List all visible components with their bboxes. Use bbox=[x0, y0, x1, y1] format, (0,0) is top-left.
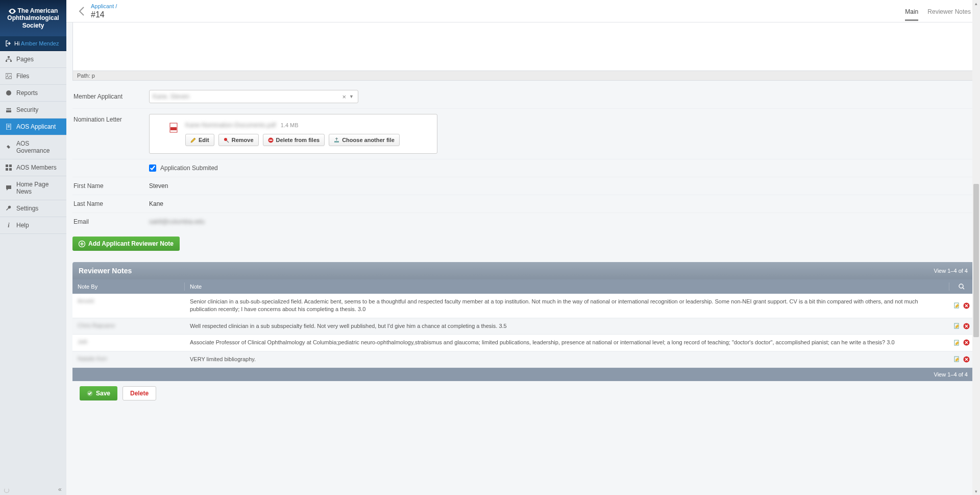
nav-files[interactable]: Files bbox=[0, 68, 66, 85]
back-button[interactable] bbox=[76, 5, 88, 17]
page-title: #14 bbox=[91, 10, 905, 19]
svg-point-4 bbox=[7, 75, 8, 76]
row-delete-button[interactable] bbox=[963, 322, 970, 329]
row-delete-button[interactable] bbox=[963, 302, 970, 309]
app-root: The American Ophthalmological Society Hi… bbox=[0, 0, 980, 495]
nav-settings[interactable]: Settings bbox=[0, 200, 66, 217]
search-icon bbox=[959, 284, 965, 290]
nav-aos-governance[interactable]: AOS Governance bbox=[0, 135, 66, 159]
rich-text-editor[interactable] bbox=[72, 22, 974, 71]
grid-icon bbox=[5, 164, 12, 171]
logout-icon[interactable] bbox=[5, 40, 11, 46]
member-applicant-select[interactable]: Kane, Steven × ▼ bbox=[149, 90, 358, 103]
file-edit-button[interactable]: Edit bbox=[185, 134, 214, 146]
last-name-label: Last Name bbox=[72, 200, 149, 207]
footer-actions: Save Delete bbox=[72, 381, 974, 406]
clear-icon[interactable]: × bbox=[340, 93, 348, 101]
col-search[interactable] bbox=[949, 279, 974, 294]
info-icon: i bbox=[5, 222, 12, 229]
note-text: Well respected clinician in a sub subspe… bbox=[185, 318, 949, 334]
nav-home-page-news[interactable]: Home Page News bbox=[0, 176, 66, 200]
scroll-up-icon[interactable]: ▴ bbox=[972, 0, 980, 7]
email-value: sak8@columbia.edu bbox=[149, 218, 974, 225]
save-button[interactable]: Save bbox=[80, 386, 117, 400]
content-scroll[interactable]: Path: p Member Applicant Kane, Steven × … bbox=[66, 22, 980, 495]
note-by: Natalie Kerr bbox=[72, 351, 185, 367]
vertical-scrollbar[interactable]: ▴ ▾ bbox=[972, 0, 980, 495]
form-icon bbox=[5, 123, 12, 130]
nav-label: AOS Governance bbox=[16, 140, 61, 154]
sidebar-collapse-button[interactable]: « bbox=[58, 486, 62, 493]
svg-rect-14 bbox=[9, 168, 12, 171]
reviewer-notes-panel: Reviewer Notes View 1–4 of 4 Note By Not… bbox=[72, 262, 974, 381]
nav-security[interactable]: Security bbox=[0, 102, 66, 119]
table-row: Natalie Kerr VERY limited bibliography. bbox=[72, 351, 974, 368]
svg-point-22 bbox=[959, 284, 963, 288]
table-head: Note By Note bbox=[72, 279, 974, 294]
svg-point-8 bbox=[8, 108, 10, 110]
svg-rect-0 bbox=[8, 56, 10, 58]
nav-label: Home Page News bbox=[16, 181, 61, 195]
application-submitted-checkbox[interactable] bbox=[149, 164, 156, 172]
chat-icon bbox=[5, 184, 12, 192]
svg-rect-12 bbox=[9, 164, 12, 167]
row-edit-button[interactable] bbox=[954, 356, 960, 363]
people-icon bbox=[5, 106, 12, 113]
nav-label: Pages bbox=[16, 56, 34, 63]
file-choose-another-button[interactable]: Choose another file bbox=[329, 134, 400, 146]
note-text: Senior clinician in a sub-sub-specialize… bbox=[185, 294, 949, 318]
scrollbar-thumb[interactable] bbox=[973, 184, 979, 337]
row-delete-button[interactable] bbox=[963, 339, 970, 346]
nav-help[interactable]: iHelp bbox=[0, 217, 66, 234]
col-note-by[interactable]: Note By bbox=[72, 279, 185, 294]
nav-reports[interactable]: Reports bbox=[0, 85, 66, 102]
svg-point-5 bbox=[6, 90, 11, 96]
row-edit-button[interactable] bbox=[954, 339, 960, 346]
nav-label: AOS Applicant bbox=[16, 123, 56, 130]
tab-main[interactable]: Main bbox=[905, 2, 918, 21]
svg-rect-9 bbox=[6, 110, 11, 112]
pencil-icon bbox=[190, 137, 196, 143]
row-edit-button[interactable] bbox=[954, 302, 960, 309]
header: Applicant / #14 Main Reviewer Notes bbox=[66, 0, 980, 22]
delete-icon bbox=[268, 137, 274, 143]
pdf-icon bbox=[169, 123, 179, 146]
delete-button[interactable]: Delete bbox=[122, 386, 156, 400]
svg-rect-19 bbox=[269, 139, 272, 140]
main: Applicant / #14 Main Reviewer Notes Path… bbox=[66, 0, 980, 495]
note-text: VERY limited bibliography. bbox=[185, 351, 949, 367]
eye-icon bbox=[9, 9, 16, 14]
table-row: Arnold Senior clinician in a sub-sub-spe… bbox=[72, 294, 974, 318]
nav-label: AOS Members bbox=[16, 164, 57, 171]
scroll-down-icon[interactable]: ▾ bbox=[972, 488, 980, 495]
tab-reviewer-notes[interactable]: Reviewer Notes bbox=[927, 2, 971, 21]
nav-pages[interactable]: Pages bbox=[0, 51, 66, 68]
svg-rect-13 bbox=[6, 168, 8, 171]
svg-rect-11 bbox=[6, 164, 8, 167]
file-delete-files-button[interactable]: Delete from files bbox=[263, 134, 325, 146]
member-applicant-label: Member Applicant bbox=[72, 93, 149, 100]
svg-rect-10 bbox=[7, 124, 11, 130]
brand: The American Ophthalmological Society bbox=[0, 0, 66, 36]
panel-count-top: View 1–4 of 4 bbox=[934, 268, 968, 274]
greeting-user-link[interactable]: Amber Mendez bbox=[21, 40, 59, 46]
file-remove-button[interactable]: Remove bbox=[218, 134, 259, 146]
breadcrumb-parent[interactable]: Applicant bbox=[91, 3, 114, 9]
sidebar: The American Ophthalmological Society Hi… bbox=[0, 0, 66, 495]
panel-count-bottom: View 1–4 of 4 bbox=[72, 368, 974, 381]
table-row: Chris Rapuano Well respected clinician i… bbox=[72, 318, 974, 335]
add-reviewer-note-button[interactable]: Add Applicant Reviewer Note bbox=[72, 237, 180, 251]
col-note[interactable]: Note bbox=[185, 279, 949, 294]
table-row: Jelli Associate Professor of Clinical Op… bbox=[72, 335, 974, 351]
nav-aos-members[interactable]: AOS Members bbox=[0, 159, 66, 176]
row-edit-button[interactable] bbox=[954, 322, 960, 329]
note-by: Arnold bbox=[72, 294, 185, 318]
nav-aos-applicant[interactable]: AOS Applicant bbox=[0, 119, 66, 135]
table-body: Arnold Senior clinician in a sub-sub-spe… bbox=[72, 294, 974, 368]
chevron-down-icon[interactable]: ▼ bbox=[348, 94, 355, 99]
nav-label: Help bbox=[16, 222, 29, 229]
first-name-label: First Name bbox=[72, 182, 149, 190]
last-name-value: Kane bbox=[149, 200, 974, 207]
svg-point-6 bbox=[7, 108, 8, 110]
row-delete-button[interactable] bbox=[963, 356, 970, 363]
